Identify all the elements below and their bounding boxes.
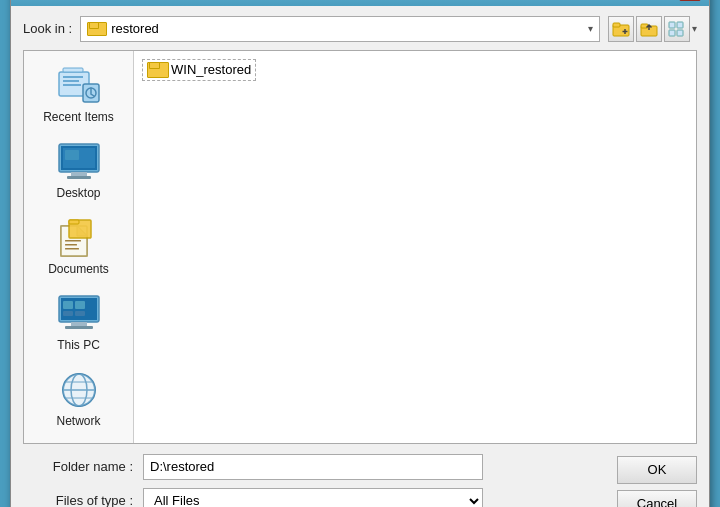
file-item-name: WIN_restored [171, 62, 251, 77]
svg-rect-28 [65, 248, 79, 250]
folder-name-row: Folder name : [23, 454, 601, 480]
files-of-type-label: Files of type : [23, 493, 143, 507]
sidebar-item-documents[interactable]: Documents [34, 211, 124, 283]
sidebar-item-recent-items[interactable]: Recent Items [34, 59, 124, 131]
bottom-area: Folder name : Files of type : All Files [23, 444, 697, 508]
svg-rect-34 [65, 326, 93, 329]
file-list[interactable]: WIN_restored [134, 51, 696, 443]
cancel-button[interactable]: Cancel [617, 490, 697, 508]
svg-rect-8 [669, 22, 675, 28]
action-buttons: OK Cancel [617, 454, 697, 508]
recent-items-label: Recent Items [43, 110, 114, 124]
svg-rect-33 [71, 322, 87, 326]
up-folder-button[interactable] [636, 16, 662, 42]
folder-name-label: Folder name : [23, 459, 143, 474]
svg-rect-9 [677, 22, 683, 28]
close-button[interactable]: ✕ [679, 0, 701, 1]
svg-rect-22 [67, 176, 91, 179]
svg-rect-14 [63, 76, 83, 78]
look-in-value: restored [111, 21, 159, 36]
main-area: Recent Items Desktop [23, 50, 697, 444]
desktop-label: Desktop [56, 186, 100, 200]
file-item-win-restored[interactable]: WIN_restored [142, 59, 256, 81]
desktop-icon [55, 142, 103, 182]
new-folder-button[interactable] [608, 16, 634, 42]
view-menu-arrow[interactable]: ▾ [692, 16, 697, 42]
view-button[interactable] [664, 16, 690, 42]
network-icon [55, 370, 103, 410]
documents-icon [55, 218, 103, 258]
look-in-label: Look in : [23, 21, 72, 36]
dialog-window: Change Path ✕ Look in : restored ▾ [10, 0, 710, 507]
svg-rect-35 [63, 301, 73, 309]
svg-point-44 [63, 374, 95, 406]
bottom-forms: Folder name : Files of type : All Files [23, 454, 601, 508]
svg-rect-13 [63, 68, 83, 72]
svg-rect-24 [65, 150, 79, 160]
ok-button[interactable]: OK [617, 456, 697, 484]
dropdown-arrow-icon: ▾ [588, 23, 593, 34]
this-pc-label: This PC [57, 338, 100, 352]
svg-rect-38 [75, 311, 85, 316]
svg-rect-3 [613, 23, 620, 27]
sidebar-item-this-pc[interactable]: This PC [34, 287, 124, 359]
svg-rect-37 [63, 311, 73, 316]
files-of-type-select[interactable]: All Files [143, 488, 483, 508]
network-label: Network [56, 414, 100, 428]
documents-label: Documents [48, 262, 109, 276]
folder-icon [87, 22, 105, 36]
folder-name-input[interactable] [143, 454, 483, 480]
sidebar-item-network[interactable]: Network [34, 363, 124, 435]
this-pc-icon [55, 294, 103, 334]
svg-rect-26 [65, 240, 81, 242]
svg-rect-10 [669, 30, 675, 36]
bottom-row-wrap: Folder name : Files of type : All Files [23, 454, 697, 508]
toolbar-buttons: ▾ [608, 16, 697, 42]
file-folder-icon [147, 62, 167, 78]
svg-rect-27 [65, 244, 77, 246]
look-in-dropdown[interactable]: restored ▾ [80, 16, 600, 42]
sidebar: Recent Items Desktop [24, 51, 134, 443]
svg-rect-16 [63, 84, 81, 86]
dialog-body: Look in : restored ▾ [11, 6, 709, 508]
svg-rect-15 [63, 80, 79, 82]
recent-items-icon [55, 66, 103, 106]
sidebar-item-desktop[interactable]: Desktop [34, 135, 124, 207]
look-in-row: Look in : restored ▾ [23, 16, 697, 42]
svg-rect-21 [71, 172, 87, 176]
svg-rect-36 [75, 301, 85, 309]
svg-rect-30 [69, 220, 79, 224]
files-of-type-row: Files of type : All Files [23, 488, 601, 508]
svg-rect-11 [677, 30, 683, 36]
